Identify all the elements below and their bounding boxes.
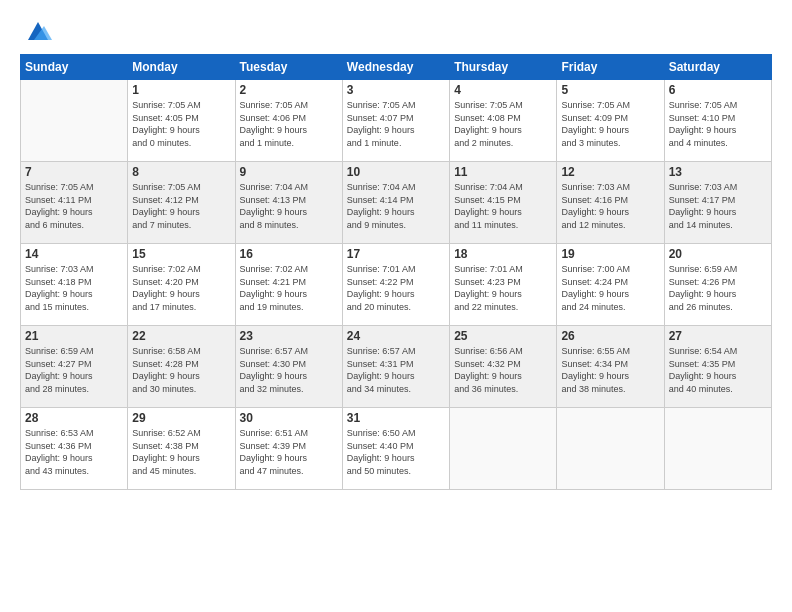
calendar-cell: 26Sunrise: 6:55 AMSunset: 4:34 PMDayligh… [557,326,664,408]
calendar-cell: 2Sunrise: 7:05 AMSunset: 4:06 PMDaylight… [235,80,342,162]
day-info: Sunrise: 7:00 AMSunset: 4:24 PMDaylight:… [561,263,659,313]
day-info: Sunrise: 7:02 AMSunset: 4:20 PMDaylight:… [132,263,230,313]
calendar-cell: 8Sunrise: 7:05 AMSunset: 4:12 PMDaylight… [128,162,235,244]
calendar-week-row: 14Sunrise: 7:03 AMSunset: 4:18 PMDayligh… [21,244,772,326]
calendar-cell: 4Sunrise: 7:05 AMSunset: 4:08 PMDaylight… [450,80,557,162]
day-number: 1 [132,83,230,97]
calendar-cell: 3Sunrise: 7:05 AMSunset: 4:07 PMDaylight… [342,80,449,162]
calendar-cell: 18Sunrise: 7:01 AMSunset: 4:23 PMDayligh… [450,244,557,326]
day-number: 7 [25,165,123,179]
day-info: Sunrise: 7:01 AMSunset: 4:22 PMDaylight:… [347,263,445,313]
day-number: 25 [454,329,552,343]
calendar-cell [21,80,128,162]
calendar-cell: 14Sunrise: 7:03 AMSunset: 4:18 PMDayligh… [21,244,128,326]
calendar-cell: 20Sunrise: 6:59 AMSunset: 4:26 PMDayligh… [664,244,771,326]
day-number: 20 [669,247,767,261]
calendar-cell: 23Sunrise: 6:57 AMSunset: 4:30 PMDayligh… [235,326,342,408]
calendar-week-row: 21Sunrise: 6:59 AMSunset: 4:27 PMDayligh… [21,326,772,408]
calendar-cell: 22Sunrise: 6:58 AMSunset: 4:28 PMDayligh… [128,326,235,408]
logo [20,16,52,44]
calendar-cell: 29Sunrise: 6:52 AMSunset: 4:38 PMDayligh… [128,408,235,490]
day-info: Sunrise: 7:05 AMSunset: 4:05 PMDaylight:… [132,99,230,149]
calendar-cell [557,408,664,490]
day-number: 22 [132,329,230,343]
day-info: Sunrise: 6:55 AMSunset: 4:34 PMDaylight:… [561,345,659,395]
day-info: Sunrise: 6:57 AMSunset: 4:30 PMDaylight:… [240,345,338,395]
calendar-cell: 1Sunrise: 7:05 AMSunset: 4:05 PMDaylight… [128,80,235,162]
day-number: 23 [240,329,338,343]
calendar-cell: 25Sunrise: 6:56 AMSunset: 4:32 PMDayligh… [450,326,557,408]
day-number: 9 [240,165,338,179]
calendar-cell: 9Sunrise: 7:04 AMSunset: 4:13 PMDaylight… [235,162,342,244]
calendar-week-row: 28Sunrise: 6:53 AMSunset: 4:36 PMDayligh… [21,408,772,490]
header [20,16,772,44]
day-number: 28 [25,411,123,425]
calendar-cell: 12Sunrise: 7:03 AMSunset: 4:16 PMDayligh… [557,162,664,244]
day-info: Sunrise: 7:01 AMSunset: 4:23 PMDaylight:… [454,263,552,313]
calendar-cell: 17Sunrise: 7:01 AMSunset: 4:22 PMDayligh… [342,244,449,326]
day-info: Sunrise: 6:57 AMSunset: 4:31 PMDaylight:… [347,345,445,395]
calendar-header-row: SundayMondayTuesdayWednesdayThursdayFrid… [21,55,772,80]
calendar-cell: 31Sunrise: 6:50 AMSunset: 4:40 PMDayligh… [342,408,449,490]
day-number: 6 [669,83,767,97]
day-number: 15 [132,247,230,261]
calendar-cell: 24Sunrise: 6:57 AMSunset: 4:31 PMDayligh… [342,326,449,408]
day-number: 27 [669,329,767,343]
day-info: Sunrise: 7:05 AMSunset: 4:09 PMDaylight:… [561,99,659,149]
day-info: Sunrise: 6:59 AMSunset: 4:27 PMDaylight:… [25,345,123,395]
day-number: 30 [240,411,338,425]
weekday-header: Sunday [21,55,128,80]
day-info: Sunrise: 6:50 AMSunset: 4:40 PMDaylight:… [347,427,445,477]
day-number: 2 [240,83,338,97]
calendar-cell: 11Sunrise: 7:04 AMSunset: 4:15 PMDayligh… [450,162,557,244]
day-number: 31 [347,411,445,425]
day-info: Sunrise: 7:05 AMSunset: 4:12 PMDaylight:… [132,181,230,231]
calendar-cell: 30Sunrise: 6:51 AMSunset: 4:39 PMDayligh… [235,408,342,490]
calendar-table: SundayMondayTuesdayWednesdayThursdayFrid… [20,54,772,490]
day-info: Sunrise: 6:52 AMSunset: 4:38 PMDaylight:… [132,427,230,477]
day-info: Sunrise: 7:03 AMSunset: 4:18 PMDaylight:… [25,263,123,313]
day-number: 18 [454,247,552,261]
page: SundayMondayTuesdayWednesdayThursdayFrid… [0,0,792,612]
day-info: Sunrise: 6:56 AMSunset: 4:32 PMDaylight:… [454,345,552,395]
day-info: Sunrise: 7:05 AMSunset: 4:08 PMDaylight:… [454,99,552,149]
day-info: Sunrise: 6:54 AMSunset: 4:35 PMDaylight:… [669,345,767,395]
day-number: 26 [561,329,659,343]
calendar-cell: 27Sunrise: 6:54 AMSunset: 4:35 PMDayligh… [664,326,771,408]
day-info: Sunrise: 7:04 AMSunset: 4:15 PMDaylight:… [454,181,552,231]
day-number: 29 [132,411,230,425]
day-info: Sunrise: 6:53 AMSunset: 4:36 PMDaylight:… [25,427,123,477]
calendar-cell: 7Sunrise: 7:05 AMSunset: 4:11 PMDaylight… [21,162,128,244]
day-info: Sunrise: 6:58 AMSunset: 4:28 PMDaylight:… [132,345,230,395]
weekday-header: Saturday [664,55,771,80]
logo-icon [24,16,52,44]
day-info: Sunrise: 7:04 AMSunset: 4:13 PMDaylight:… [240,181,338,231]
day-info: Sunrise: 7:05 AMSunset: 4:07 PMDaylight:… [347,99,445,149]
day-number: 4 [454,83,552,97]
calendar-week-row: 1Sunrise: 7:05 AMSunset: 4:05 PMDaylight… [21,80,772,162]
day-number: 21 [25,329,123,343]
day-info: Sunrise: 6:51 AMSunset: 4:39 PMDaylight:… [240,427,338,477]
day-number: 10 [347,165,445,179]
day-info: Sunrise: 7:03 AMSunset: 4:16 PMDaylight:… [561,181,659,231]
day-info: Sunrise: 6:59 AMSunset: 4:26 PMDaylight:… [669,263,767,313]
calendar-week-row: 7Sunrise: 7:05 AMSunset: 4:11 PMDaylight… [21,162,772,244]
day-number: 12 [561,165,659,179]
calendar-cell: 15Sunrise: 7:02 AMSunset: 4:20 PMDayligh… [128,244,235,326]
calendar-cell: 13Sunrise: 7:03 AMSunset: 4:17 PMDayligh… [664,162,771,244]
calendar-cell: 19Sunrise: 7:00 AMSunset: 4:24 PMDayligh… [557,244,664,326]
calendar-cell [664,408,771,490]
day-number: 19 [561,247,659,261]
day-number: 16 [240,247,338,261]
day-info: Sunrise: 7:05 AMSunset: 4:06 PMDaylight:… [240,99,338,149]
day-info: Sunrise: 7:05 AMSunset: 4:11 PMDaylight:… [25,181,123,231]
calendar-cell: 21Sunrise: 6:59 AMSunset: 4:27 PMDayligh… [21,326,128,408]
calendar-cell: 5Sunrise: 7:05 AMSunset: 4:09 PMDaylight… [557,80,664,162]
calendar-cell [450,408,557,490]
day-number: 17 [347,247,445,261]
weekday-header: Thursday [450,55,557,80]
day-number: 24 [347,329,445,343]
day-number: 14 [25,247,123,261]
weekday-header: Wednesday [342,55,449,80]
weekday-header: Tuesday [235,55,342,80]
